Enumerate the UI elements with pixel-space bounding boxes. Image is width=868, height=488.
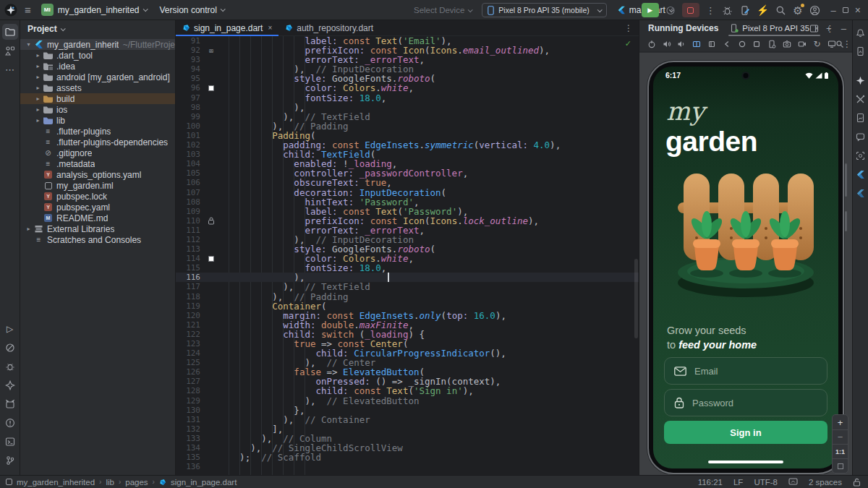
device-tab[interactable]: Pixel 8 Pro API 35 × [728, 20, 820, 36]
project-tree-item[interactable]: ▾my_garden_inherited [my_garden]~/Flutte… [20, 39, 175, 50]
run-tool-button[interactable]: ▷ [2, 321, 18, 337]
overview-icon[interactable] [752, 39, 762, 49]
screenshot-icon[interactable] [782, 39, 792, 49]
line-number[interactable]: 134 [176, 443, 205, 453]
line-number[interactable]: 103 [176, 150, 205, 159]
gemini-sparkle-icon[interactable] [854, 74, 867, 87]
gemini-tool-button[interactable] [2, 377, 18, 393]
volume-up-icon[interactable] [662, 39, 672, 49]
project-tree-item[interactable]: pubspec.yaml [20, 202, 175, 213]
project-tree-item[interactable]: analysis_options.yaml [20, 169, 175, 180]
line-number[interactable]: 110 [176, 216, 205, 226]
project-tree-item[interactable]: ▸android [my_garden_android] [20, 72, 175, 82]
email-gutter-icon[interactable]: ✉ [209, 47, 213, 54]
line-number[interactable]: 124 [176, 348, 205, 358]
fold-out-icon[interactable] [692, 39, 702, 49]
back-icon[interactable] [722, 39, 732, 49]
device-manager-icon[interactable] [739, 5, 750, 16]
logcat-tool-button[interactable] [2, 396, 18, 412]
chevron-right-icon[interactable]: ▸ [33, 106, 43, 113]
code-line[interactable]: 129 ), // ElevatedButton [176, 396, 639, 406]
flutter-inspector-tool-button[interactable] [854, 187, 867, 200]
structure-tool-button[interactable] [2, 43, 18, 59]
project-tree-item[interactable]: ▸assets [20, 82, 175, 93]
app-inspection-tool-button[interactable] [2, 359, 18, 374]
tab-options-icon[interactable]: ⋮ [624, 23, 633, 33]
inspections-ok-icon[interactable]: ✓ [625, 39, 631, 48]
tab-close-icon[interactable]: × [268, 24, 272, 32]
ai-chat-tool-button[interactable] [854, 130, 867, 143]
gesture-navigation-bar[interactable] [708, 461, 783, 463]
line-number[interactable]: 117 [176, 282, 205, 291]
line-number[interactable]: 98 [176, 103, 205, 112]
zoom-out-button[interactable]: − [833, 429, 848, 444]
chevron-right-icon[interactable]: ▸ [33, 85, 43, 91]
device-settings-icon[interactable] [767, 39, 777, 49]
line-number[interactable]: 104 [176, 159, 205, 168]
line-number[interactable]: 91 [176, 36, 205, 46]
more-actions-icon[interactable]: ⋮ [706, 6, 715, 15]
chevron-right-icon[interactable]: ▸ [33, 52, 43, 59]
zoom-actual-size-button[interactable]: 1:1 [833, 444, 848, 458]
project-tree-item[interactable]: README.md [20, 213, 175, 223]
project-tree-item[interactable]: ▸lib [20, 115, 175, 126]
line-number[interactable]: 111 [176, 226, 205, 235]
code-line[interactable]: 136 [176, 462, 639, 471]
breadcrumb-item[interactable]: my_garden_inherited [17, 478, 95, 487]
flutter-outline-tool-button[interactable] [854, 168, 867, 181]
project-tree-item[interactable]: ▸External Libraries [20, 223, 175, 234]
line-number[interactable]: 99 [176, 112, 205, 121]
code-editor[interactable]: 91 label: const Text('Email'),92✉ prefix… [176, 36, 639, 475]
project-tree-item[interactable]: pubspec.lock [20, 191, 175, 202]
search-everywhere-icon[interactable] [775, 5, 786, 16]
git-tool-button[interactable] [2, 453, 18, 468]
code-line[interactable]: 100 ), // Padding [176, 121, 639, 131]
project-tool-button[interactable] [2, 24, 18, 40]
line-number[interactable]: 118 [176, 292, 205, 301]
line-number[interactable]: 128 [176, 386, 205, 395]
project-widget[interactable]: MI my_garden_inherited [38, 1, 150, 18]
device-explorer-tool-button[interactable] [854, 45, 867, 58]
project-tree-item[interactable]: ≡.metadata [20, 158, 175, 169]
run-button[interactable]: ▶ [642, 3, 659, 17]
password-field[interactable]: Password [664, 389, 827, 416]
line-number[interactable]: 123 [176, 339, 205, 348]
screen-record-icon[interactable] [797, 39, 807, 49]
device-selector-dropdown[interactable]: Pixel 8 Pro API 35 (mobile) [482, 3, 606, 17]
lock-gutter-icon[interactable] [208, 217, 215, 225]
screen-search-icon[interactable] [835, 39, 845, 49]
fold-in-icon[interactable] [707, 39, 717, 49]
window-maximize-icon[interactable] [843, 7, 848, 13]
line-number[interactable]: 133 [176, 434, 205, 443]
project-panel-header[interactable]: Project [20, 20, 175, 38]
tab-auth-repository[interactable]: auth_repository.dart [278, 20, 380, 36]
panel-layout-icon[interactable] [809, 24, 819, 33]
line-number[interactable]: 115 [176, 263, 205, 273]
code-line[interactable]: 96 color: Colors.white, [176, 83, 639, 93]
code-line[interactable]: 97 fontSize: 18.0, [176, 93, 639, 103]
chevron-right-icon[interactable]: ▸ [33, 117, 43, 124]
project-tree-item[interactable]: ⊘.gitignore [20, 147, 175, 158]
zoom-in-button[interactable]: + [833, 415, 848, 429]
line-number[interactable]: 130 [176, 406, 205, 415]
attach-debugger-icon[interactable] [722, 5, 733, 16]
project-tree-item[interactable]: ≡.flutter-plugins [20, 126, 175, 137]
line-number[interactable]: 114 [176, 254, 205, 263]
power-icon[interactable] [647, 39, 657, 49]
restart-device-icon[interactable]: ↻ [812, 39, 822, 49]
window-minimize-icon[interactable]: – [831, 6, 836, 15]
line-number[interactable]: 119 [176, 301, 205, 311]
line-number[interactable]: 112 [176, 235, 205, 244]
notifications-bell-icon[interactable] [854, 26, 867, 39]
code-line[interactable]: 135 ); // Scaffold [176, 453, 639, 462]
write-access-unlocked-icon[interactable] [853, 478, 861, 487]
encoding-widget[interactable]: UTF-8 [754, 478, 778, 487]
profiler-button[interactable] [665, 5, 676, 15]
line-number[interactable]: 126 [176, 367, 205, 377]
line-number[interactable]: 92 [176, 46, 205, 55]
breadcrumb-item[interactable]: sign_in_page.dart [171, 478, 237, 487]
line-number[interactable]: 116 [176, 273, 205, 282]
project-tree-item[interactable]: ▸.dart_tool [20, 50, 175, 61]
zoom-fit-button[interactable] [833, 458, 848, 473]
hot-reload-icon[interactable]: ⚡ [757, 5, 769, 15]
